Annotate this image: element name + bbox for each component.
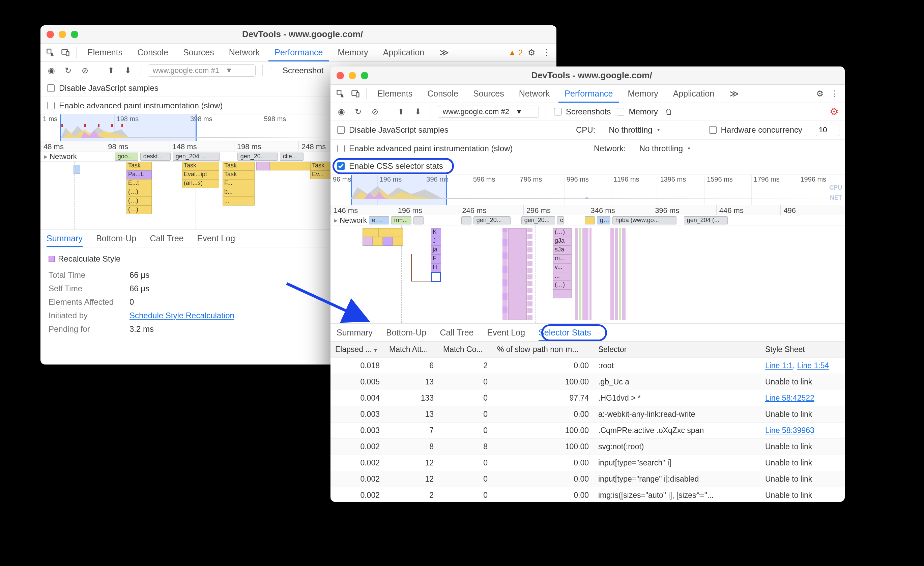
close-window[interactable] [46,31,54,38]
disable-js-samples-toggle[interactable]: Disable JavaScript samples [336,125,448,135]
tab-call-tree[interactable]: Call Tree [440,324,474,341]
table-row[interactable]: 0.00288100.00svg:not(:root)Unable to lin… [330,439,845,455]
table-row[interactable]: 0.0021200.00input[type="range" i]:disabl… [330,471,845,487]
table-row[interactable]: 0.0021200.00input[type="search" i]Unable… [330,455,845,471]
record-icon[interactable]: ◉ [335,105,347,118]
network-block[interactable]: gen_20... [474,216,510,224]
minimize-window[interactable] [349,72,356,79]
col-elapsed[interactable]: Elapsed ... [330,342,384,358]
overview-timeline[interactable]: 96 ms 196 ms 396 ms 596 ms 796 ms 996 ms… [330,175,845,205]
tab-network[interactable]: Network [513,85,556,102]
load-profile-icon[interactable]: ⬆ [105,65,117,77]
device-toggle-icon[interactable] [350,88,362,100]
warnings-badge[interactable]: ▲ 2 [508,48,523,57]
advanced-paint-toggle[interactable]: Enable advanced paint instrumentation (s… [46,101,223,110]
network-block[interactable]: gen [597,216,610,224]
maximize-window[interactable] [361,72,368,79]
network-block[interactable]: goo... [115,152,138,161]
stylesheet-link[interactable]: Line 1:54 [797,361,829,370]
tab-console[interactable]: Console [131,44,174,62]
tab-memory[interactable]: Memory [332,44,374,62]
recording-select[interactable]: www.google.com #2 ▼ [438,105,539,118]
settings-icon[interactable]: ⚙ [525,47,537,59]
maximize-window[interactable] [71,31,78,38]
col-match-count[interactable]: Match Co... [438,342,492,358]
tab-sources[interactable]: Sources [177,44,220,62]
tab-performance[interactable]: Performance [268,44,329,62]
table-row[interactable]: 0.00370100.00.CqmPRe:active .oXqZxc span… [330,423,845,439]
hardware-concurrency-toggle[interactable]: Hardware concurrency [708,125,802,135]
stylesheet-link[interactable]: Line 1:1 [765,361,793,370]
tab-performance[interactable]: Performance [558,85,619,102]
reload-icon[interactable]: ↻ [352,105,364,118]
network-block[interactable] [585,216,595,224]
disable-js-samples-toggle[interactable]: Disable JavaScript samples [46,83,159,93]
tab-application[interactable]: Application [377,44,430,62]
enable-css-selector-stats-toggle[interactable]: Enable CSS selector stats [336,161,443,171]
inspect-icon[interactable] [45,47,57,59]
network-block[interactable]: gen_204 ... [172,152,220,161]
tabs-more[interactable]: ≫ [433,43,455,62]
cpu-throttle-select[interactable]: No throttling [609,125,660,135]
tab-network[interactable]: Network [223,44,266,62]
settings-icon[interactable]: ⚙ [814,88,826,100]
screenshots-toggle[interactable]: Screenshot [270,66,323,75]
tab-event-log[interactable]: Event Log [487,324,525,341]
record-icon[interactable]: ◉ [45,65,57,77]
clear-icon[interactable]: ⊘ [79,65,91,77]
network-block[interactable]: m=... [391,216,411,224]
tab-summary[interactable]: Summary [336,324,373,341]
minimize-window[interactable] [58,31,66,38]
network-block[interactable]: gen_20... [521,216,555,224]
flame-chart[interactable]: K J ja F H (…) gJa sJa m... v... ... (…) [330,226,845,323]
network-block[interactable]: e.com [369,216,389,224]
stylesheet-link[interactable]: Line 58:42522 [765,393,814,402]
tabs-more[interactable]: ≫ [723,84,745,103]
memory-toggle[interactable]: Memory [615,107,658,116]
network-throttle-select[interactable]: No throttling [639,144,691,153]
reload-icon[interactable]: ↻ [62,65,74,77]
flame-ruler[interactable]: 146 ms 196 ms 246 ms 296 ms 346 ms 396 m… [330,205,845,215]
save-profile-icon[interactable]: ⬇ [412,105,424,118]
tab-sources[interactable]: Sources [467,85,510,102]
network-track-label[interactable]: Network [44,152,77,161]
table-row[interactable]: 0.004133097.74.HG1dvd > *Line 58:42522 [330,390,845,406]
tab-application[interactable]: Application [667,85,720,102]
advanced-paint-toggle[interactable]: Enable advanced paint instrumentation (s… [336,144,513,153]
tab-selector-stats[interactable]: Selector Stats [538,324,591,341]
tab-bottom-up[interactable]: Bottom-Up [96,230,136,247]
table-row[interactable]: 0.018620.00:rootLine 1:1, Line 1:54 [330,358,845,374]
tab-memory[interactable]: Memory [621,85,664,102]
table-row[interactable]: 0.002200.00img:is([sizes="auto" i], [siz… [330,487,845,502]
device-toggle-icon[interactable] [59,47,72,59]
clear-icon[interactable]: ⊘ [369,105,381,118]
tab-summary[interactable]: Summary [46,230,82,247]
col-selector[interactable]: Selector [594,342,760,358]
network-block[interactable]: clie... [280,152,303,161]
col-match-attempts[interactable]: Match Att... [384,342,438,358]
recording-select[interactable]: www.google.com #1 ▼ [148,65,256,77]
network-block[interactable]: deskt... [140,152,171,161]
col-style-sheet[interactable]: Style Sheet [760,342,845,358]
tab-event-log[interactable]: Event Log [197,230,236,247]
tab-bottom-up[interactable]: Bottom-Up [386,324,426,341]
capture-settings-icon[interactable]: ⚙ [828,105,840,118]
screenshots-toggle[interactable]: Screenshots [553,107,611,116]
hardware-concurrency-input[interactable] [816,124,839,136]
network-block[interactable]: c [557,216,564,224]
tab-elements[interactable]: Elements [81,44,129,62]
kebab-menu-icon[interactable]: ⋮ [540,47,552,59]
stylesheet-link[interactable]: Line 58:39963 [765,426,814,435]
col-slow-path[interactable]: % of slow-path non-m... [492,342,594,358]
initiated-by-link[interactable]: Schedule Style Recalculation [129,311,234,320]
table-row[interactable]: 0.0031300.00a:-webkit-any-link:read-writ… [330,406,845,423]
tab-call-tree[interactable]: Call Tree [150,230,183,247]
tab-console[interactable]: Console [421,85,464,102]
garbage-collect-icon[interactable] [663,105,675,118]
table-row[interactable]: 0.005130100.00.gb_Uc aUnable to link [330,374,845,390]
save-profile-icon[interactable]: ⬇ [122,65,134,77]
network-block[interactable] [414,216,423,224]
kebab-menu-icon[interactable]: ⋮ [829,88,841,100]
network-block[interactable]: gen_20... [237,152,278,161]
network-block[interactable]: gen_204 (... [684,216,728,224]
